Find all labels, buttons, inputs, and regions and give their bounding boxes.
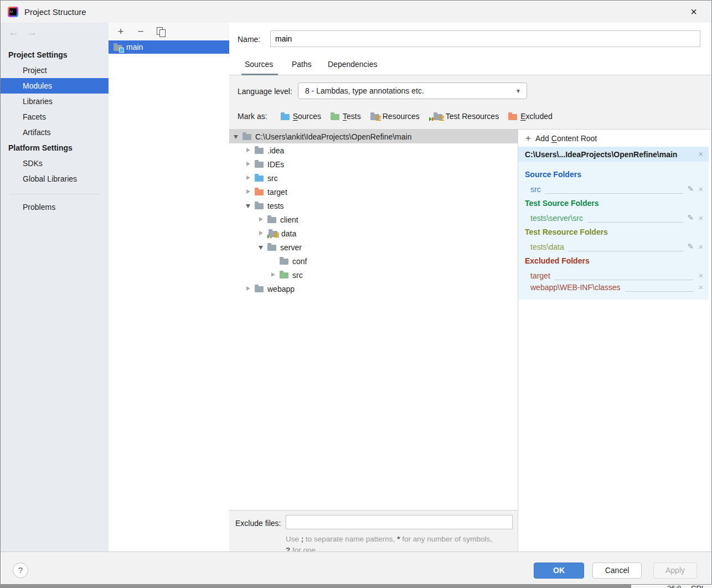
module-list-item-main[interactable]: main <box>109 40 229 54</box>
add-content-root-button[interactable]: + Add Content Root <box>518 130 712 147</box>
chevron-collapsed-icon[interactable] <box>246 286 251 291</box>
tree-row-src[interactable]: src <box>229 171 518 185</box>
chevron-expanded-icon[interactable] <box>246 203 251 208</box>
chevron-collapsed-icon[interactable] <box>246 148 251 153</box>
apply-button[interactable]: Apply <box>653 563 697 579</box>
sidebar-item-modules[interactable]: Modules <box>1 78 109 94</box>
remove-icon[interactable]: × <box>698 242 703 251</box>
remove-content-root-icon[interactable]: × <box>698 149 703 159</box>
sidebar-item-problems[interactable]: Problems <box>1 199 109 215</box>
sources-folder-icon <box>281 114 290 120</box>
forward-icon[interactable]: → <box>27 27 37 39</box>
sidebar-item-artifacts[interactable]: Artifacts <box>1 125 109 140</box>
back-icon[interactable]: ← <box>8 27 19 39</box>
chevron-collapsed-icon[interactable] <box>259 231 264 236</box>
leader-line <box>569 243 683 251</box>
excluded-folder-icon <box>255 189 264 195</box>
module-name: main <box>126 43 143 51</box>
title-bar: IJ Project Structure × <box>1 1 711 23</box>
resources-folder-icon <box>370 114 379 120</box>
tree-row-root[interactable]: C:\Users\ankit\IdeaProjects\OpenRefine\m… <box>229 130 518 143</box>
sidebar-item-facets[interactable]: Facets <box>1 109 109 125</box>
tree-row-conf[interactable]: conf <box>229 254 518 268</box>
excluded-folder-row[interactable]: target × <box>525 269 703 280</box>
source-folder-row[interactable]: src ✎ × <box>525 182 703 194</box>
folder-icon <box>255 286 264 292</box>
ok-button[interactable]: OK <box>534 563 584 579</box>
help-button[interactable]: ? <box>13 563 28 578</box>
sidebar-item-global-libraries[interactable]: Global Libraries <box>1 171 109 187</box>
folder-icon <box>280 259 288 265</box>
test-resources-folder-icon <box>269 231 277 237</box>
screen: 26:8 CRL IJ Project Structure × ← → Proj… <box>0 0 712 588</box>
sources-options-block: Language level: 8 - Lambdas, type annota… <box>229 75 712 129</box>
tree-row-ides[interactable]: IDEs <box>229 157 518 171</box>
remove-icon[interactable]: × <box>698 282 703 292</box>
mark-as-test-resources[interactable]: Test Resources <box>429 112 499 121</box>
test-source-folder-row[interactable]: tests\server\src ✎ × <box>525 211 703 223</box>
module-folder-icon <box>113 45 122 51</box>
close-icon[interactable]: × <box>688 6 700 18</box>
sidebar-item-project[interactable]: Project <box>1 63 109 78</box>
edit-icon[interactable]: ✎ <box>688 213 694 223</box>
leader-line <box>625 283 694 292</box>
chevron-collapsed-icon[interactable] <box>271 272 276 277</box>
excluded-folders-header: Excluded Folders <box>525 256 703 265</box>
mark-as-excluded[interactable]: Excluded <box>508 112 553 121</box>
cancel-button[interactable]: Cancel <box>592 563 642 579</box>
tree-row-tests[interactable]: tests <box>229 199 518 213</box>
test-resource-folder-row[interactable]: tests\data ✎ × <box>525 240 703 251</box>
plus-icon: + <box>525 133 531 144</box>
leader-line <box>545 185 683 194</box>
tab-sources[interactable]: Sources <box>245 60 273 69</box>
excluded-folder-row[interactable]: webapp\WEB-INF\classes × <box>525 280 703 292</box>
remove-icon[interactable]: × <box>698 213 703 223</box>
chevron-expanded-icon[interactable] <box>259 245 264 250</box>
tree-row-client[interactable]: client <box>229 213 518 226</box>
name-label: Name: <box>238 35 260 44</box>
remove-icon[interactable]: × <box>698 184 703 194</box>
copy-module-icon[interactable] <box>155 26 166 37</box>
mark-as-row: Mark as: Sources Tests Resources <box>238 112 562 121</box>
test-resources-folder-icon <box>434 114 442 120</box>
mark-as-sources[interactable]: Sources <box>281 112 321 121</box>
remove-module-icon[interactable]: − <box>135 26 146 37</box>
language-level-select[interactable]: 8 - Lambdas, type annotations etc. ▼ <box>298 82 527 99</box>
add-module-icon[interactable]: + <box>115 26 126 37</box>
chevron-expanded-icon[interactable] <box>234 134 239 139</box>
tree-row-server[interactable]: server <box>229 240 518 254</box>
edit-icon[interactable]: ✎ <box>688 242 694 251</box>
tree-row-data[interactable]: data <box>229 226 518 240</box>
sidebar-list: Project Settings Project Modules Librari… <box>1 43 109 215</box>
chevron-collapsed-icon[interactable] <box>259 217 264 222</box>
source-folder-icon <box>255 176 264 182</box>
language-level-label: Language level: <box>238 87 292 96</box>
mark-as-tests[interactable]: Tests <box>331 112 361 121</box>
dialog-footer: ? OK Cancel Apply <box>1 551 711 584</box>
sidebar-item-sdks[interactable]: SDKs <box>1 156 109 171</box>
content-root-path: C:\Users\...IdeaProjects\OpenRefine\main <box>525 150 677 159</box>
language-level-value: 8 - Lambdas, type annotations etc. <box>305 86 424 95</box>
chevron-collapsed-icon[interactable] <box>246 176 251 180</box>
mark-as-resources[interactable]: Resources <box>370 112 420 121</box>
exclude-files-input[interactable] <box>286 515 513 529</box>
tree-row-target[interactable]: target <box>229 185 518 199</box>
background-window-strip: 26:8 CRL <box>0 585 712 588</box>
module-name-input[interactable] <box>270 30 700 47</box>
edit-icon[interactable]: ✎ <box>688 184 694 194</box>
chevron-collapsed-icon[interactable] <box>246 189 251 194</box>
platform-settings-header: Platform Settings <box>1 140 109 156</box>
content-root-path-header[interactable]: C:\Users\...IdeaProjects\OpenRefine\main… <box>518 147 709 162</box>
tab-paths[interactable]: Paths <box>292 60 312 69</box>
remove-icon[interactable]: × <box>698 271 703 280</box>
tree-row-idea[interactable]: .idea <box>229 143 518 157</box>
tree-row-webapp[interactable]: webapp <box>229 282 518 296</box>
exclude-files-section: Exclude files: Use ; to separate name pa… <box>229 510 518 551</box>
sidebar-item-libraries[interactable]: Libraries <box>1 94 109 109</box>
tree-row-server-src[interactable]: src <box>229 268 518 282</box>
tab-dependencies[interactable]: Dependencies <box>328 60 378 69</box>
background-status-fragment: 26:8 <box>667 584 681 588</box>
chevron-collapsed-icon[interactable] <box>246 162 251 167</box>
folder-icon <box>267 217 276 223</box>
test-source-folders-header: Test Source Folders <box>525 199 703 208</box>
